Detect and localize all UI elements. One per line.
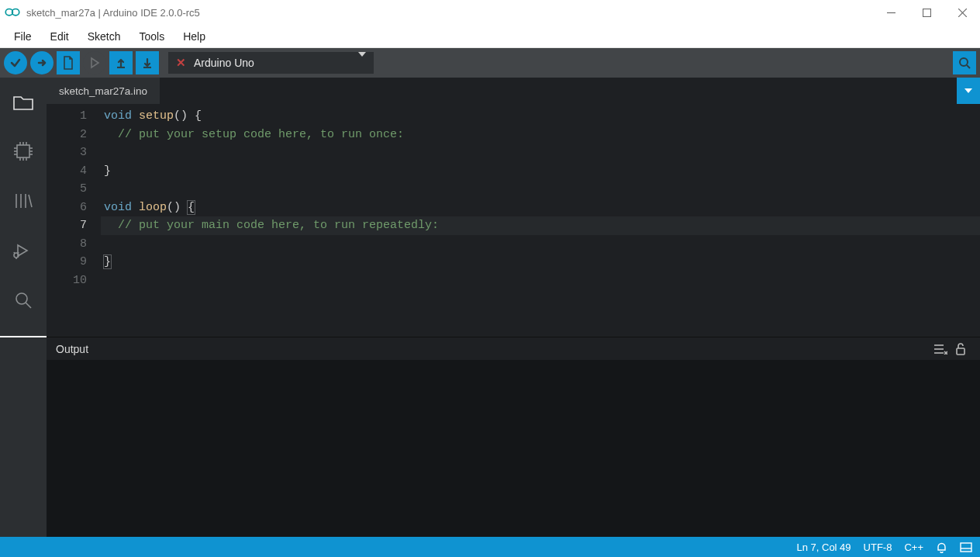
output-panel-header: Output <box>47 337 980 360</box>
svg-line-26 <box>29 195 32 207</box>
window-title: sketch_mar27a | Arduino IDE 2.0.0-rc5 <box>26 7 873 19</box>
board-disconnected-icon: ✕ <box>176 56 186 70</box>
save-button[interactable] <box>136 51 159 74</box>
toolbar: ✕ Arduino Uno <box>0 48 980 78</box>
menu-file[interactable]: File <box>5 27 41 46</box>
chevron-down-icon <box>964 88 972 93</box>
verify-button[interactable] <box>4 51 27 74</box>
tab-label: sketch_mar27a.ino <box>59 85 147 97</box>
status-encoding[interactable]: UTF-8 <box>864 541 892 553</box>
window-close-button[interactable] <box>944 0 980 25</box>
sidebar-debug-icon[interactable] <box>10 237 36 264</box>
line-number-gutter: 12345678910 <box>47 104 101 337</box>
menu-sketch[interactable]: Sketch <box>78 27 130 46</box>
window-minimize-button[interactable] <box>873 0 909 25</box>
output-panel[interactable] <box>47 360 980 537</box>
svg-rect-3 <box>923 9 930 16</box>
svg-line-29 <box>26 303 31 308</box>
window-maximize-button[interactable] <box>909 0 944 25</box>
svg-rect-35 <box>957 348 964 355</box>
status-notifications-icon[interactable] <box>936 541 947 553</box>
menu-help[interactable]: Help <box>174 27 215 46</box>
output-lock-icon[interactable] <box>951 343 971 355</box>
board-selector[interactable]: ✕ Arduino Uno <box>168 52 374 74</box>
sidebar-search-icon[interactable] <box>10 287 36 313</box>
status-panel-toggle-icon[interactable] <box>960 542 972 552</box>
output-filter-icon[interactable] <box>930 344 951 355</box>
upload-button[interactable] <box>30 51 53 74</box>
code-text[interactable]: void setup() { // put your setup code he… <box>101 104 980 337</box>
sidebar-library-manager-icon[interactable] <box>10 188 36 214</box>
status-cursor-position[interactable]: Ln 7, Col 49 <box>796 541 851 553</box>
svg-rect-36 <box>961 543 971 552</box>
status-bar: Ln 7, Col 49 UTF-8 C++ <box>0 537 980 557</box>
arduino-app-icon <box>5 5 20 20</box>
sidebar-boards-manager-icon[interactable] <box>10 138 36 164</box>
svg-point-28 <box>16 293 27 304</box>
editor-tab-more-button[interactable] <box>957 78 980 104</box>
debug-button[interactable] <box>83 51 106 74</box>
chevron-down-icon <box>358 57 366 69</box>
svg-point-8 <box>960 58 968 66</box>
open-button[interactable] <box>109 51 133 74</box>
sidebar-sketchbook-icon[interactable] <box>10 88 36 115</box>
board-name: Arduino Uno <box>194 57 254 69</box>
code-editor[interactable]: 12345678910 void setup() { // put your s… <box>47 104 980 337</box>
window-titlebar: sketch_mar27a | Arduino IDE 2.0.0-rc5 <box>0 0 980 25</box>
new-sketch-button[interactable] <box>57 51 80 74</box>
svg-rect-10 <box>17 145 29 157</box>
status-language[interactable]: C++ <box>904 541 923 553</box>
serial-plotter-button[interactable] <box>953 51 976 74</box>
activity-bar <box>0 78 47 537</box>
output-title: Output <box>56 343 88 355</box>
editor-tabs: sketch_mar27a.ino <box>47 78 980 104</box>
svg-line-9 <box>967 65 970 68</box>
menu-tools[interactable]: Tools <box>130 27 174 46</box>
menubar: File Edit Sketch Tools Help <box>0 25 980 48</box>
editor-tab[interactable]: sketch_mar27a.ino <box>47 78 160 104</box>
menu-edit[interactable]: Edit <box>41 27 78 46</box>
